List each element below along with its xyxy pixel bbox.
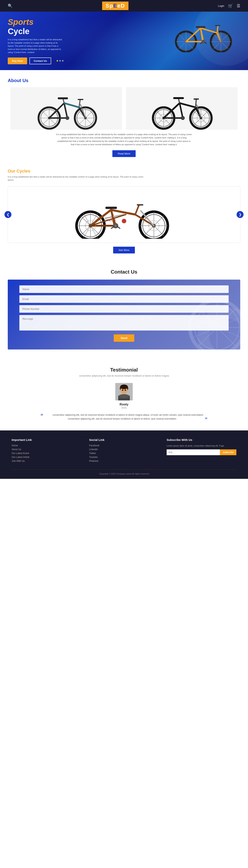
footer-social-links: Social Link Facebook LinkedIn Twitter Yo…	[89, 438, 159, 464]
cycles-header: Our Cycles	[8, 168, 240, 174]
cart-icon[interactable]: 🛒	[228, 3, 233, 8]
svg-line-41	[49, 103, 64, 118]
svg-point-24	[202, 40, 206, 43]
footer-link-facebook[interactable]: Facebook	[89, 444, 159, 447]
svg-line-72	[179, 99, 180, 103]
header-nav: Login 🛒 ☰	[218, 3, 240, 8]
carousel-bike-image: VALOR	[29, 190, 219, 239]
hero-description: It is a long established fact that a rea…	[8, 38, 62, 54]
footer-important-links: Important Link Home About Us Our Latest …	[11, 438, 81, 464]
svg-point-78	[182, 117, 184, 119]
svg-line-14	[186, 28, 200, 42]
cycles-carousel: ❮	[8, 186, 240, 243]
footer-link-pinterest[interactable]: Pinterest	[89, 460, 159, 462]
hero-content: Sports Cycle It is a long established fa…	[8, 18, 64, 64]
search-icon[interactable]: 🔍	[8, 3, 12, 8]
svg-line-70	[180, 103, 183, 118]
svg-line-48	[79, 100, 80, 107]
svg-line-25	[200, 42, 202, 43]
svg-point-133	[119, 394, 129, 398]
footer-link-twitter[interactable]: Twitter	[89, 452, 159, 455]
svg-line-112	[112, 226, 114, 228]
svg-point-111	[115, 225, 117, 227]
phone-input[interactable]	[19, 305, 228, 313]
see-more-button[interactable]: See More	[113, 247, 135, 253]
footer-bottom: Copyright © 2020 Company name All rights…	[11, 469, 237, 475]
subscribe-input[interactable]	[166, 450, 220, 455]
footer-link-join[interactable]: Join With Us	[11, 460, 81, 462]
about-section: About Us	[0, 70, 248, 163]
buy-now-button[interactable]: Buy Now	[8, 58, 27, 64]
cycles-seemore: See More	[8, 247, 240, 253]
send-button[interactable]: Send	[114, 334, 134, 342]
svg-point-134	[122, 390, 123, 391]
name-input[interactable]	[19, 285, 228, 293]
footer-important-link-title: Important Link	[11, 438, 81, 441]
about-bikes	[8, 87, 240, 130]
svg-line-52	[64, 103, 79, 107]
message-input[interactable]	[19, 315, 228, 331]
svg-line-44	[64, 103, 67, 118]
svg-point-135	[125, 390, 126, 391]
hero-dots	[57, 60, 64, 62]
svg-rect-73	[173, 97, 184, 99]
svg-line-26	[205, 42, 206, 43]
carousel-prev-button[interactable]: ❮	[4, 211, 11, 218]
svg-point-114	[122, 219, 126, 223]
svg-line-15	[200, 28, 217, 33]
about-header: About Us	[8, 78, 240, 83]
header: 🔍 SpEeD Login 🛒 ☰	[0, 0, 248, 11]
footer-social-link-title: Social Link	[89, 438, 159, 441]
cycles-description: It is a long established fact that a rea…	[8, 175, 143, 182]
cycles-heading: Our Cycles	[8, 168, 240, 174]
testimonial-text: consectetur adipiscing elit, sed do eius…	[49, 413, 203, 420]
footer-link-home[interactable]: Home	[11, 444, 81, 447]
footer-grid: Important Link Home About Us Our Latest …	[11, 438, 237, 464]
hero-dot-1[interactable]	[57, 60, 58, 62]
read-more-button[interactable]: Read More	[113, 150, 135, 157]
hero-dot-2[interactable]	[59, 60, 61, 62]
about-text: It is a long established fact that a rea…	[56, 133, 192, 146]
footer-subscribe-col: Subscribe With Us Lorem ipsum dolor sit …	[166, 438, 237, 464]
testimonial-section: Testimonial consectetur adipiscing elit,…	[0, 357, 248, 430]
contact-form: Send	[19, 285, 228, 342]
contact-background: Send	[8, 280, 240, 349]
footer-link-event[interactable]: Our Latest Event	[11, 452, 81, 455]
svg-line-107	[135, 205, 139, 215]
contact-heading: Contact Us	[8, 269, 240, 275]
svg-rect-20	[196, 26, 206, 28]
svg-text:VALOR: VALOR	[105, 218, 116, 222]
menu-icon[interactable]: ☰	[237, 3, 240, 8]
about-bike-image-1	[10, 87, 122, 130]
about-heading: About Us	[8, 78, 240, 83]
footer-link-youtube[interactable]: Youtube	[89, 456, 159, 459]
copyright-text: Copyright © 2020 Company name All rights…	[99, 473, 149, 475]
hero-bike-image	[166, 13, 240, 52]
about-bike-image-2	[126, 87, 238, 130]
footer-link-about[interactable]: About Us	[11, 448, 81, 451]
testimonial-quote-block: “ consectetur adipiscing elit, sed do ei…	[37, 413, 211, 421]
svg-point-130	[120, 384, 128, 389]
svg-rect-106	[105, 207, 117, 209]
footer-subscribe-form: subscribe	[166, 450, 237, 455]
hero-dot-3[interactable]	[62, 60, 64, 62]
testimonial-role: (Ice)	[8, 406, 240, 409]
nav-login[interactable]: Login	[218, 4, 224, 7]
svg-point-51	[65, 116, 69, 120]
footer: Important Link Home About Us Our Latest …	[0, 430, 248, 479]
subscribe-button[interactable]: subscribe	[220, 450, 237, 455]
svg-line-98	[111, 210, 135, 215]
contact-us-hero-button[interactable]: Contact Us	[29, 58, 51, 64]
testimonial-subtitle: consectetur adipiscing elit, sed do eius…	[8, 374, 240, 377]
svg-line-67	[164, 103, 180, 118]
carousel-next-button[interactable]: ❯	[237, 211, 244, 218]
footer-subscribe-title: Subscribe With Us	[166, 438, 237, 441]
footer-link-linkedin[interactable]: LinkedIn	[89, 448, 159, 451]
email-input[interactable]	[19, 295, 228, 303]
hero-title-sports: Sports	[8, 18, 64, 27]
svg-line-113	[117, 226, 120, 228]
svg-line-74	[196, 99, 196, 107]
svg-line-46	[63, 99, 64, 103]
svg-rect-47	[58, 97, 68, 99]
footer-link-article[interactable]: Our Latest Article	[11, 456, 81, 459]
